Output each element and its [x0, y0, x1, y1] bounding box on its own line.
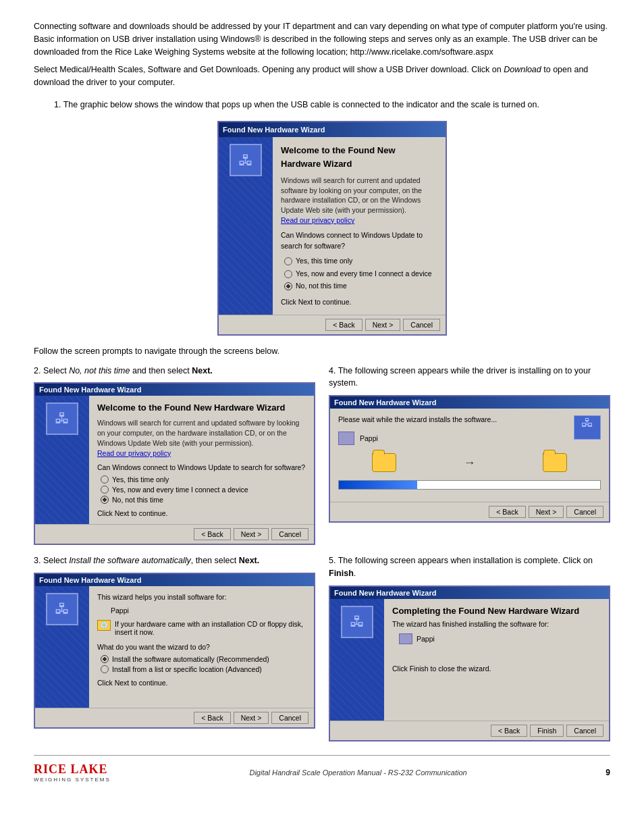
wizard2-cancel-btn[interactable]: Cancel — [271, 528, 308, 540]
step2-number: 2. — [34, 366, 41, 375]
wizard3-product: Pappi — [111, 606, 306, 615]
wizard4-back-btn[interactable]: < Back — [489, 506, 525, 518]
wizard4-progress-row: Pappi — [338, 432, 574, 445]
wizard2-right: Welcome to the Found New Hardware Wizard… — [89, 396, 314, 524]
folder-dst-icon — [543, 453, 567, 472]
wizard2-left: 🖧 — [35, 396, 89, 524]
wizard2-heading: Welcome to the Found New Hardware Wizard — [97, 402, 306, 413]
wizard4-product: Pappi — [360, 434, 378, 442]
wizard5-cancel-btn[interactable]: Cancel — [566, 725, 603, 737]
wizard1-radio-1[interactable] — [284, 270, 292, 278]
steps-3-5-row: 3. Select Install the software automatic… — [34, 554, 610, 741]
wizard1-opt0-label: Yes, this time only — [296, 256, 352, 267]
wizard2-opt1-label: Yes, now and every time I connect a devi… — [112, 486, 248, 494]
step3-col: 3. Select Install the software automatic… — [34, 554, 315, 741]
wizard5-back-btn[interactable]: < Back — [491, 725, 527, 737]
wizard2-desc-text: Windows will search for current and upda… — [97, 419, 299, 446]
wizard3-what: What do you want the wizard to do? — [97, 643, 306, 651]
wizard1-radio-2[interactable] — [284, 282, 292, 290]
step2-prefix: Select — [43, 366, 69, 375]
step5-number: 5. — [329, 556, 336, 565]
wizard1-back-btn[interactable]: < Back — [325, 319, 362, 331]
wizard4-header: Please wait while the wizard installs th… — [338, 415, 601, 423]
wizard3-titlebar: Found New Hardware Wizard — [35, 574, 314, 586]
wizard2-option-0[interactable]: Yes, this time only — [101, 475, 306, 484]
wizard3-next-btn[interactable]: Next > — [234, 712, 269, 724]
wizard3-radio-0[interactable] — [101, 655, 109, 663]
wizard2-next-btn[interactable]: Next > — [234, 528, 269, 540]
steps-2-4-row: 2. Select No, not this time and then sel… — [34, 365, 610, 546]
wizard3-opt1-label: Install from a list or specific location… — [112, 665, 262, 673]
wizard2-back-btn[interactable]: < Back — [194, 528, 230, 540]
wizard2-window: Found New Hardware Wizard 🖧 Welcome to t… — [34, 382, 315, 545]
step3-bold: Next. — [239, 556, 260, 565]
hardware-wizard-icon: 🖧 — [230, 144, 262, 176]
step5-label: 5. The following screen appears when ins… — [329, 554, 610, 580]
wizard2-radio-2[interactable] — [101, 496, 109, 504]
step5-col: 5. The following screen appears when ins… — [329, 554, 610, 741]
wizard4-next-btn[interactable]: Next > — [529, 506, 564, 518]
step3-prefix: Select — [43, 556, 69, 565]
wizard1-option-1[interactable]: Yes, now and every time I connect a devi… — [284, 269, 437, 280]
wizard5-hw-icon: 🖧 — [341, 606, 373, 638]
wizard5-finish-btn[interactable]: Finish — [530, 725, 564, 737]
wizard3-option-1[interactable]: Install from a list or specific location… — [101, 665, 306, 673]
device-icon — [399, 633, 412, 644]
wizard3-cd-note: 💿 If your hardware came with an installa… — [97, 620, 306, 636]
wizard3-body: 🖧 This wizard helps you install software… — [35, 586, 314, 708]
step4-number: 4. — [329, 366, 336, 375]
wizard2-title: Found New Hardware Wizard — [39, 386, 141, 394]
step5-prefix: The following screen appears when instal… — [338, 556, 593, 565]
wizard2-option-2[interactable]: No, not this time — [101, 496, 306, 504]
wizard5-subtitle: The wizard has finished installing the s… — [392, 620, 601, 628]
logo-name: RICE LAKE — [34, 762, 108, 777]
document-title: Digital Handrail Scale Operation Manual … — [249, 768, 466, 777]
wizard4-header-text: Please wait while the wizard installs th… — [338, 415, 497, 423]
wizard1-option-2[interactable]: No, not this time — [284, 281, 437, 292]
step3-suffix: , then select — [191, 556, 239, 565]
wizard1-title: Found New Hardware Wizard — [223, 126, 325, 134]
wizard3-right: This wizard helps you install software f… — [89, 586, 314, 708]
wizard3-radio-1[interactable] — [101, 665, 109, 673]
wizard1-opt2-label: No, not this time — [296, 281, 347, 292]
wizard4-footer: < Back Next > Cancel — [330, 502, 609, 521]
wizard5-product-row: Pappi — [399, 633, 601, 644]
wizard2-desc: Windows will search for current and upda… — [97, 418, 306, 458]
wizard4-progress-fill — [339, 481, 417, 489]
folder-src-icon — [372, 453, 396, 472]
wizard3-title: Found New Hardware Wizard — [39, 576, 141, 584]
wizard2-question: Can Windows connect to Windows Update to… — [97, 463, 306, 471]
step4-label: 4. The following screen appears while th… — [329, 365, 610, 390]
wizard3-back-btn[interactable]: < Back — [194, 712, 230, 724]
wizard1-next-btn[interactable]: Next > — [365, 319, 401, 331]
wizard2-titlebar: Found New Hardware Wizard — [35, 384, 314, 396]
intro-para2: Select Medical/Health Scales, Software a… — [34, 63, 610, 89]
wizard2-radio-1[interactable] — [101, 486, 109, 494]
wizard5-left: 🖧 — [330, 599, 384, 721]
step1-text: The graphic below shows the window that … — [63, 100, 539, 109]
follow-text: Follow the screen prompts to navigate th… — [34, 345, 610, 358]
wizard1-privacy-link[interactable]: Read our privacy policy — [281, 216, 354, 224]
wizard4-cancel-btn[interactable]: Cancel — [566, 506, 603, 518]
step1-item: 1. The graphic below shows the window th… — [54, 99, 610, 336]
wizard1-titlebar: Found New Hardware Wizard — [219, 122, 446, 138]
wizard1-desc-text: Windows will search for current and upda… — [281, 176, 422, 214]
wizard2-option-1[interactable]: Yes, now and every time I connect a devi… — [101, 486, 306, 494]
wizard3-opt0-label: Install the software automatically (Reco… — [112, 655, 269, 663]
step2-suffix: and then select — [130, 366, 192, 375]
step4-text: The following screen appears while the d… — [329, 366, 591, 388]
wizard1-option-0[interactable]: Yes, this time only — [284, 256, 437, 267]
page-footer: RICE LAKE WEIGHING SYSTEMS Digital Handr… — [34, 755, 610, 783]
wizard3-cancel-btn[interactable]: Cancel — [271, 712, 308, 724]
wizard1-question: Can Windows connect to Windows Update to… — [281, 230, 437, 252]
wizard2-radio-0[interactable] — [101, 475, 109, 484]
step5-bold: Finish — [329, 569, 354, 578]
wizard1-cancel-btn[interactable]: Cancel — [403, 319, 440, 331]
wizard4-titlebar: Found New Hardware Wizard — [330, 396, 609, 409]
wizard3-option-0[interactable]: Install the software automatically (Reco… — [101, 655, 306, 663]
wizard2-privacy-link[interactable]: Read our privacy policy — [97, 449, 171, 457]
step2-bold: Next. — [192, 366, 213, 375]
wizard1-radio-0[interactable] — [284, 257, 292, 265]
wizard5-window: Found New Hardware Wizard 🖧 Completing t… — [329, 585, 610, 741]
wizard2-body: 🖧 Welcome to the Found New Hardware Wiza… — [35, 396, 314, 524]
